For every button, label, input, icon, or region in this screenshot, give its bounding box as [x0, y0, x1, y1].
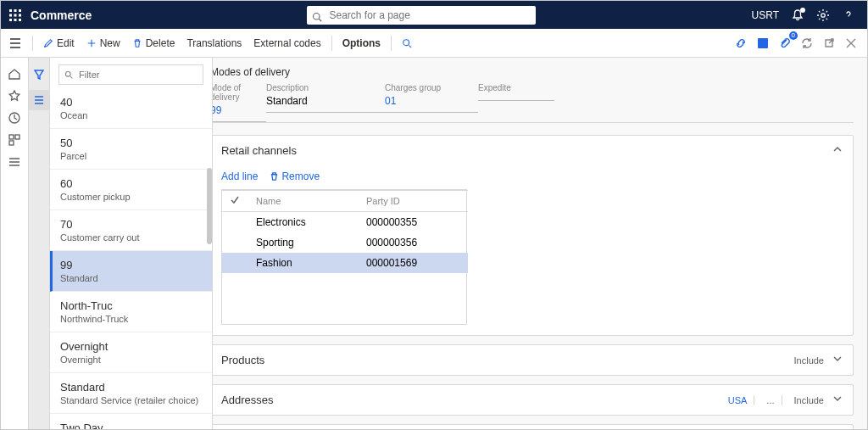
list-filter-box[interactable]: [58, 64, 203, 85]
check-all[interactable]: [222, 191, 248, 212]
cmd-search-icon[interactable]: [397, 35, 417, 52]
filter-tab[interactable]: [29, 64, 49, 85]
expedite-value[interactable]: [478, 92, 554, 100]
refresh-icon[interactable]: [799, 36, 815, 51]
svg-rect-4: [14, 14, 16, 16]
mode-label: Mode of delivery: [210, 83, 266, 102]
products-include: Include: [794, 355, 824, 366]
new-button[interactable]: New: [81, 34, 125, 53]
search-input[interactable]: [327, 8, 531, 22]
table-row[interactable]: Electronics000000355: [222, 212, 468, 233]
scrollbar-thumb[interactable]: [207, 168, 212, 244]
addresses-include: Include: [794, 395, 824, 405]
list-item[interactable]: Two Day: [50, 414, 212, 429]
list-item-sub: Ocean: [60, 110, 202, 120]
svg-point-17: [65, 71, 70, 76]
app-launcher[interactable]: [1, 9, 29, 21]
mode-value[interactable]: 99: [210, 102, 266, 121]
edit-button[interactable]: Edit: [38, 34, 80, 53]
list-item[interactable]: 40Ocean: [50, 88, 212, 129]
add-line-button[interactable]: Add line: [221, 170, 258, 182]
table-row[interactable]: Sporting000000356: [222, 232, 468, 253]
bell-icon[interactable]: [791, 8, 804, 22]
list-item-title: Standard: [60, 381, 202, 394]
edit-label: Edit: [57, 37, 75, 49]
list-item-title: Overnight: [60, 340, 202, 353]
retail-channels-grid: Name Party ID Electronics000000355Sporti…: [222, 190, 468, 273]
mode-list: 40Ocean50Parcel60Customer pickup70Custom…: [50, 88, 212, 429]
search-icon: [312, 10, 322, 20]
svg-rect-16: [9, 141, 14, 145]
page-title: Modes of delivery: [210, 66, 854, 78]
delete-button[interactable]: Delete: [127, 34, 181, 53]
list-item-title: 50: [60, 137, 202, 149]
user-label[interactable]: USRT: [752, 9, 779, 21]
list-filter-input[interactable]: [77, 69, 198, 81]
popout-icon[interactable]: [821, 36, 837, 51]
attach-count: 0: [789, 31, 798, 40]
charges-label: Charges group: [385, 83, 478, 92]
list-item-title: North-Truc: [60, 299, 202, 312]
addresses-region[interactable]: USA: [728, 395, 748, 405]
svg-rect-6: [9, 19, 12, 21]
list-item[interactable]: 50Parcel: [50, 129, 212, 170]
cell-name: Electronics: [248, 212, 358, 233]
delete-label: Delete: [146, 37, 175, 49]
help-icon[interactable]: [842, 8, 855, 22]
translations-button[interactable]: Translations: [181, 34, 247, 53]
svg-rect-0: [9, 9, 12, 12]
gear-icon[interactable]: [816, 8, 830, 22]
modules-icon[interactable]: [7, 154, 22, 170]
col-name[interactable]: Name: [248, 191, 358, 212]
link-icon[interactable]: [733, 36, 748, 51]
list-item-title: 70: [60, 218, 202, 231]
list-item[interactable]: 70Customer carry out: [50, 210, 212, 251]
svg-rect-12: [758, 38, 768, 48]
list-item-title: Two Day: [60, 422, 202, 429]
list-item[interactable]: StandardStandard Service (retailer choic…: [50, 373, 212, 414]
list-item[interactable]: OvernightOvernight: [50, 332, 212, 373]
notification-dot: [800, 8, 805, 13]
desc-value[interactable]: Standard: [266, 92, 385, 112]
home-icon[interactable]: [7, 66, 22, 81]
svg-rect-8: [19, 19, 21, 21]
svg-point-9: [314, 13, 320, 20]
remove-button[interactable]: Remove: [270, 170, 320, 182]
products-header[interactable]: Products Include: [211, 345, 853, 375]
recent-icon[interactable]: [7, 110, 22, 126]
external-codes-button[interactable]: External codes: [248, 34, 326, 53]
products-title: Products: [221, 354, 264, 366]
left-rail: [1, 58, 29, 429]
charges-value[interactable]: 01: [385, 92, 478, 112]
list-item-sub: Overnight: [60, 355, 202, 365]
svg-rect-14: [9, 135, 14, 139]
retail-channels-header[interactable]: Retail channels: [211, 136, 853, 165]
options-button[interactable]: Options: [337, 34, 386, 53]
office-icon[interactable]: [755, 36, 771, 51]
list-item[interactable]: North-TrucNorthwind-Truck: [50, 292, 212, 332]
cell-party: 000000355: [358, 212, 468, 233]
list-item[interactable]: 99Standard: [50, 251, 212, 292]
close-icon[interactable]: [843, 36, 859, 51]
list-mode-tabs: [29, 58, 50, 429]
list-item-sub: Standard: [60, 273, 202, 283]
foreign-trade-header[interactable]: Foreign trade: [211, 425, 853, 429]
workspace-icon[interactable]: [7, 132, 22, 148]
nav-toggle[interactable]: [1, 38, 29, 48]
addresses-title: Addresses: [221, 394, 273, 406]
table-row[interactable]: Fashion000001569: [222, 253, 468, 273]
svg-rect-2: [19, 9, 21, 12]
list-item-sub: Standard Service (retailer choice): [60, 395, 202, 405]
global-search[interactable]: [307, 6, 536, 25]
star-icon[interactable]: [7, 88, 22, 103]
list-item-title: 40: [60, 96, 202, 109]
list-item-sub: Parcel: [60, 151, 202, 161]
col-party[interactable]: Party ID: [358, 191, 468, 212]
svg-point-10: [821, 13, 825, 16]
attach-icon[interactable]: 0: [777, 36, 793, 51]
addresses-header[interactable]: Addresses USA ... Include: [211, 385, 853, 415]
list-item[interactable]: 60Customer pickup: [50, 170, 212, 210]
chevron-up-icon: [832, 144, 843, 157]
list-tab[interactable]: [29, 90, 49, 110]
brand-title: Commerce: [31, 8, 92, 22]
